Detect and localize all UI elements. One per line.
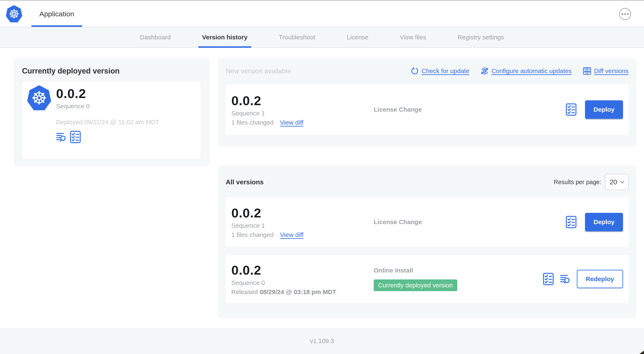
check-for-update-link[interactable]: Check for update	[411, 67, 469, 75]
refresh-icon	[411, 67, 419, 75]
redeploy-button[interactable]: Redeploy	[577, 270, 623, 288]
tab-license[interactable]: License	[343, 27, 372, 47]
app-tab-application[interactable]: Application	[32, 1, 82, 27]
tab-view-files[interactable]: View files	[396, 27, 430, 47]
app-header: ☸ Application	[0, 1, 644, 27]
new-version-card: 0.0.2 Sequence 1 1 files changed View di…	[226, 85, 628, 135]
released-timestamp: Released 08/29/24 @ 03:18 pm MDT	[231, 288, 374, 295]
version-sequence: Sequence 1	[231, 110, 374, 117]
version-number: 0.0.2	[231, 93, 374, 108]
configure-automatic-updates-link[interactable]: Configure automatic updates	[481, 67, 572, 75]
all-versions-panel: All versions Results per page: 20 0.0.2 …	[218, 165, 636, 318]
version-source: License Change	[374, 218, 566, 226]
ellipsis-icon	[622, 13, 623, 15]
tab-registry-settings[interactable]: Registry settings	[454, 27, 508, 47]
preflight-checklist-icon[interactable]	[566, 216, 576, 228]
currently-deployed-card: ☸ 0.0.2 Sequence 0 Deployed 09/11/24 @ 1…	[22, 81, 201, 159]
view-diff-link[interactable]: View diff	[280, 231, 303, 238]
console-version: v1.109.3	[310, 337, 334, 344]
diff-versions-link[interactable]: Diff versions	[583, 67, 628, 75]
cursor-artifact	[639, 351, 644, 354]
deployed-timestamp: Deployed 09/11/24 @ 11:02 am MDT	[56, 119, 159, 126]
main-content: Currently deployed version ☸ 0.0.2 Seque…	[0, 48, 644, 328]
section-tab-bar: Dashboard Version history Troubleshoot L…	[0, 27, 644, 48]
chevron-down-icon	[620, 181, 624, 183]
preflight-checklist-icon[interactable]	[566, 103, 576, 116]
kubernetes-logo-icon: ☸	[6, 5, 22, 23]
overflow-menu-button[interactable]	[619, 8, 631, 20]
version-row: 0.0.2 Sequence 0 Released 08/29/24 @ 03:…	[226, 255, 628, 303]
tab-dashboard[interactable]: Dashboard	[136, 27, 174, 47]
currently-deployed-title: Currently deployed version	[22, 67, 201, 75]
diff-icon	[583, 67, 591, 75]
tab-version-history[interactable]: Version history	[198, 27, 251, 47]
currently-deployed-badge: Currently deployed version	[374, 279, 457, 291]
version-row: 0.0.2 Sequence 1 1 files changed View di…	[226, 197, 628, 246]
all-versions-title: All versions	[226, 178, 554, 186]
results-per-page-label: Results per page:	[554, 179, 601, 186]
new-version-title: New version available	[226, 67, 411, 75]
app-icon-kubernetes: ☸	[27, 85, 51, 111]
active-tab-indicator	[198, 46, 251, 48]
results-per-page-select[interactable]: 20	[605, 174, 628, 190]
deployed-sequence: Sequence 0	[56, 103, 159, 110]
preflight-checklist-icon[interactable]	[70, 131, 81, 143]
deployed-version-number: 0.0.2	[56, 86, 159, 101]
version-source: Online Install	[374, 267, 543, 274]
deploy-button[interactable]: Deploy	[585, 213, 623, 231]
version-number: 0.0.2	[231, 263, 374, 277]
tab-troubleshoot[interactable]: Troubleshoot	[275, 27, 319, 47]
version-sequence: Sequence 1	[231, 222, 374, 229]
currently-deployed-panel: Currently deployed version ☸ 0.0.2 Seque…	[14, 58, 209, 167]
view-deploy-logs-icon[interactable]	[56, 132, 66, 142]
files-changed-text: 1 files changed	[231, 231, 274, 238]
page-footer: v1.109.3	[0, 328, 644, 354]
version-source: License Change	[374, 106, 566, 113]
deploy-button[interactable]: Deploy	[585, 100, 623, 119]
view-diff-link[interactable]: View diff	[280, 119, 303, 126]
preflight-checklist-icon[interactable]	[543, 273, 554, 285]
version-number: 0.0.2	[231, 205, 374, 220]
files-changed-text: 1 files changed	[231, 119, 274, 126]
view-deploy-logs-icon[interactable]	[560, 274, 570, 284]
version-sequence: Sequence 0	[231, 279, 374, 286]
active-app-tab-indicator	[32, 25, 82, 27]
app-tab-label: Application	[39, 10, 74, 18]
schedule-update-icon	[481, 67, 489, 75]
new-version-panel: New version available Check for update	[218, 58, 636, 147]
